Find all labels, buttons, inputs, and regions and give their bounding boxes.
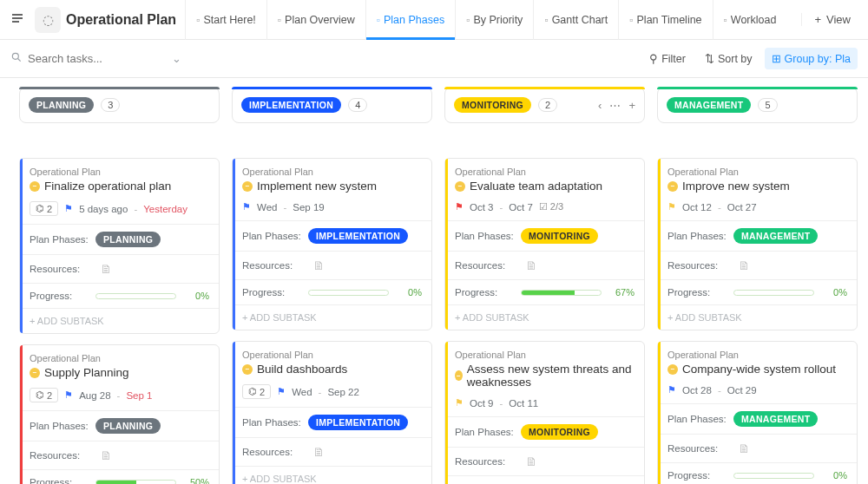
chevron-left-icon[interactable]: ‹ [598,99,602,112]
flag-icon[interactable]: ⚑ [455,397,464,409]
status-dot[interactable] [455,370,463,381]
task-title[interactable]: Finalize operational plan [30,180,209,193]
status-dot[interactable] [667,364,678,375]
cards-container: Operational PlanImplement new system⚑Wed… [232,158,432,484]
date-start: Wed [257,202,277,213]
column-management: MANAGEMENT5Operational PlanImprove new s… [657,87,858,484]
phase-pill[interactable]: MANAGEMENT [733,228,818,244]
subtask-count[interactable]: ⌬2 [30,201,58,216]
more-icon[interactable]: ⋯ [609,99,621,112]
task-card[interactable]: Operational PlanImprove new system⚑Oct 1… [657,158,858,330]
tab-start-here-[interactable]: ▫Start Here! [185,0,266,40]
task-card[interactable]: Operational PlanFinalize operational pla… [19,158,220,334]
task-card[interactable]: Operational PlanCompany-wide system roll… [657,341,858,484]
task-card[interactable]: Operational PlanBuild dashboards⌬2⚑Wed-S… [232,341,432,484]
phase-pill[interactable]: MONITORING [521,424,598,440]
phase-pill[interactable]: PLANNING [95,232,161,247]
task-title[interactable]: Assess new system threats and weaknesses [455,363,635,389]
status-dot[interactable] [30,368,40,378]
search-input[interactable] [28,52,141,65]
task-title[interactable]: Evaluate team adaptation [455,180,635,193]
progress-bar[interactable] [95,293,176,299]
status-dot[interactable] [455,181,465,192]
breadcrumb[interactable]: Operational Plan [242,350,422,360]
date-end: Sep 1 [126,390,152,401]
progress-bar[interactable] [733,290,814,296]
task-title[interactable]: Company-wide system rollout [667,363,847,376]
progress-bar[interactable] [95,480,176,485]
space-icon[interactable]: ◌ [35,7,61,33]
view-tabs: ▫Start Here!▫Plan Overview▫Plan Phases▫B… [185,0,801,40]
task-title[interactable]: Implement new system [242,180,422,193]
phase-pill[interactable]: MONITORING [521,228,598,244]
tab-plan-phases[interactable]: ▫Plan Phases [365,0,455,40]
breadcrumb[interactable]: Operational Plan [30,353,209,363]
breadcrumb[interactable]: Operational Plan [667,167,847,177]
breadcrumb[interactable]: Operational Plan [455,167,635,177]
add-view-button[interactable]: + View [801,13,863,26]
breadcrumb[interactable]: Operational Plan [30,167,209,177]
add-subtask-button[interactable]: + ADD SUBTASK [445,304,644,330]
sort-button[interactable]: ⇅Sort by [698,48,760,69]
group-by-button[interactable]: ⊞Group by: Pla [765,48,858,69]
breadcrumb[interactable]: Operational Plan [667,350,847,360]
flag-icon[interactable]: ⚑ [64,203,73,214]
task-card[interactable]: Operational PlanAssess new system threat… [444,341,645,484]
toolbar-right: ⚲Filter ⇅Sort by ⊞Group by: Pla [642,48,858,69]
column-header[interactable]: PLANNING3 [19,87,220,123]
tab-icon: ▫ [629,14,633,26]
status-dot[interactable] [242,364,253,375]
phase-pill[interactable]: PLANNING [95,418,161,434]
progress-bar[interactable] [308,290,389,296]
progress-bar[interactable] [733,473,814,479]
add-subtask-button[interactable]: + ADD SUBTASK [233,304,431,330]
document-icon[interactable]: 🗎 [738,258,750,272]
flag-icon[interactable]: ⚑ [455,201,464,213]
add-subtask-button[interactable]: + ADD SUBTASK [20,308,219,333]
document-icon[interactable]: 🗎 [312,258,325,272]
add-subtask-button[interactable]: + ADD SUBTASK [233,466,431,484]
subtask-count[interactable]: ⌬2 [30,388,58,402]
flag-icon[interactable]: ⚑ [667,384,676,396]
tab-plan-timeline[interactable]: ▫Plan Timeline [618,0,712,40]
flag-icon[interactable]: ⚑ [242,201,251,213]
flag-icon[interactable]: ⚑ [64,389,73,401]
column-header[interactable]: MONITORING2‹⋯+ [444,87,645,123]
document-icon[interactable]: 🗎 [100,262,112,276]
document-icon[interactable]: 🗎 [525,258,537,272]
tab-workload[interactable]: ▫Workload [713,0,787,40]
tab-by-priority[interactable]: ▫By Priority [455,0,533,40]
status-dot[interactable] [667,181,678,192]
document-icon[interactable]: 🗎 [525,455,537,468]
add-subtask-button[interactable]: + ADD SUBTASK [658,304,857,330]
tab-gantt-chart[interactable]: ▫Gantt Chart [533,0,618,40]
status-dot[interactable] [30,181,40,192]
progress-bar[interactable] [521,290,602,296]
document-icon[interactable]: 🗎 [100,448,112,462]
breadcrumb[interactable]: Operational Plan [242,167,422,177]
task-card[interactable]: Operational PlanSupply Planning⌬2⚑Aug 28… [19,344,220,484]
subtask-count[interactable]: ⌬2 [242,384,271,399]
chevron-down-icon[interactable]: ⌄ [172,52,181,65]
document-icon[interactable]: 🗎 [312,445,325,459]
add-task-icon[interactable]: + [628,99,635,112]
task-card[interactable]: Operational PlanEvaluate team adaptation… [444,158,645,330]
task-title[interactable]: Improve new system [667,180,847,193]
status-dot[interactable] [242,181,253,192]
task-title[interactable]: Build dashboards [242,363,422,376]
column-header[interactable]: IMPLEMENTATION4 [232,87,432,123]
breadcrumb[interactable]: Operational Plan [455,350,635,360]
task-title[interactable]: Supply Planning [30,366,209,379]
flag-icon[interactable]: ⚑ [667,201,676,213]
phase-pill[interactable]: MANAGEMENT [733,411,818,427]
column-header[interactable]: MANAGEMENT5 [657,87,858,123]
phase-pill[interactable]: IMPLEMENTATION [308,415,408,430]
flag-icon[interactable]: ⚑ [277,386,286,397]
document-icon[interactable]: 🗎 [738,441,750,455]
menu-icon[interactable] [5,6,30,33]
phase-pill[interactable]: IMPLEMENTATION [308,228,408,244]
task-card[interactable]: Operational PlanImplement new system⚑Wed… [232,158,432,330]
filter-button[interactable]: ⚲Filter [642,48,693,69]
tab-plan-overview[interactable]: ▫Plan Overview [266,0,365,40]
field-label: Progress: [455,287,514,298]
